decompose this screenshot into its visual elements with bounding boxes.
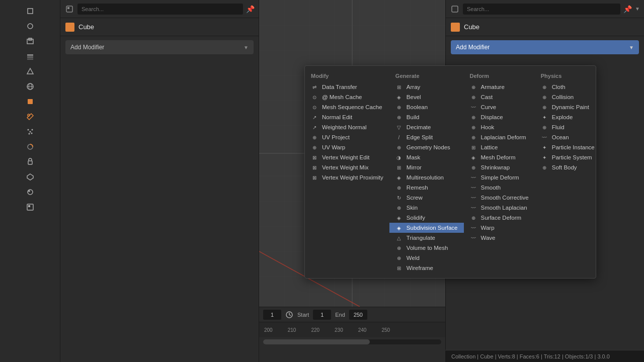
modifier-particle-system[interactable]: ✦ Particle System [535, 152, 601, 162]
sidebar-icon-scene2[interactable] [23, 64, 37, 78]
modifier-array[interactable]: ⊞ Array [389, 82, 464, 92]
sidebar-icon-physics[interactable] [23, 140, 37, 154]
sidebar-icon-constraints[interactable] [23, 155, 37, 169]
modifier-vertex-weight-mix[interactable]: ⊠ Vertex Weight Mix [305, 162, 389, 172]
modifier-hook[interactable]: ⊕ Hook [464, 122, 535, 132]
modifier-wave[interactable]: 〰 Wave [464, 233, 535, 243]
surface-deform-icon: ⊕ [470, 214, 477, 221]
modifier-simple-deform[interactable]: 〰 Simple Deform [464, 172, 535, 183]
modifier-ocean[interactable]: 〰 Ocean [535, 132, 601, 142]
modifier-dynamic-paint[interactable]: ⊕ Dynamic Paint [535, 102, 601, 112]
modifier-cloth[interactable]: ⊕ Cloth [535, 82, 601, 92]
modifier-explode[interactable]: ✦ Explode [535, 112, 601, 122]
modifier-vertex-weight-edit[interactable]: ⊠ Vertex Weight Edit [305, 152, 389, 162]
warp-icon: 〰 [470, 224, 477, 231]
end-frame-input[interactable]: 250 [349, 310, 367, 320]
sidebar-icon-data[interactable] [23, 170, 37, 184]
modifier-geometry-nodes[interactable]: ⊕ Geometry Nodes [389, 142, 464, 152]
svg-rect-4 [27, 54, 33, 56]
ruler-mark-230: 230 [335, 327, 343, 333]
modifier-screw[interactable]: ↻ Screw [389, 193, 464, 203]
sidebar-icon-render[interactable] [23, 19, 37, 33]
pin-button-left[interactable]: 📌 [246, 5, 255, 13]
simple-deform-icon: 〰 [470, 174, 477, 181]
modifier-displace[interactable]: ⊕ Displace [464, 112, 535, 122]
modifier-weld[interactable]: ⊕ Weld [389, 253, 464, 263]
sidebar-icon-viewlayer[interactable] [23, 49, 37, 63]
modifier-decimate[interactable]: ▽ Decimate [389, 122, 464, 132]
svg-point-22 [28, 190, 30, 192]
modifier-mesh-seq-cache[interactable]: ⊙ Mesh Sequence Cache [305, 102, 389, 112]
modifier-fluid[interactable]: ⊕ Fluid [535, 122, 601, 132]
modifier-smooth-corrective[interactable]: 〰 Smooth Corrective [464, 193, 535, 203]
modifier-build[interactable]: ⊕ Build [389, 112, 464, 122]
sidebar-icon-shading[interactable] [23, 200, 37, 214]
modifier-laplacian-deform[interactable]: ⊕ Laplacian Deform [464, 132, 535, 142]
fluid-icon: ⊕ [541, 124, 548, 131]
modifier-surface-deform[interactable]: ⊕ Surface Deform [464, 213, 535, 223]
sidebar-icon-object[interactable] [23, 95, 37, 109]
panel-header-left: 📌 [60, 0, 259, 18]
modifier-armature[interactable]: ⊕ Armature [464, 82, 535, 92]
modifier-vertex-weight-proximity[interactable]: ⊠ Vertex Weight Proximity [305, 172, 389, 183]
modifier-lattice[interactable]: ⊞ Lattice [464, 142, 535, 152]
pin-button-right[interactable]: 📌 [623, 5, 632, 13]
modifier-boolean[interactable]: ⊕ Boolean [389, 102, 464, 112]
svg-point-1 [28, 24, 33, 29]
modifier-uv-project[interactable]: ⊕ UV Project [305, 132, 389, 142]
modifier-mesh-deform[interactable]: ◈ Mesh Deform [464, 152, 535, 162]
add-modifier-button-left[interactable]: Add Modifier ▼ [65, 40, 254, 54]
ruler-marks: 200 210 220 230 240 250 [264, 327, 390, 333]
clock-icon [285, 311, 293, 319]
modifier-data-transfer[interactable]: ⇌ Data Transfer [305, 82, 389, 92]
sidebar-icon-world[interactable] [23, 79, 37, 94]
sidebar-icon-output[interactable] [23, 34, 37, 48]
modifier-volume-to-mesh[interactable]: ⊕ Volume to Mesh [389, 243, 464, 253]
dropdown-column-physics: Physics ⊕ Cloth ⊕ Collision ⊕ Dynamic Pa… [535, 69, 601, 275]
modifier-mirror[interactable]: ⊞ Mirror [389, 162, 464, 172]
modifier-remesh[interactable]: ⊕ Remesh [389, 183, 464, 193]
start-frame-input[interactable]: 1 [313, 310, 331, 320]
modifier-curve[interactable]: 〰 Curve [464, 102, 535, 112]
modifier-mask[interactable]: ◑ Mask [389, 152, 464, 162]
modifier-soft-body[interactable]: ⊕ Soft Body [535, 162, 601, 172]
modifier-mesh-cache[interactable]: ⊙ @ Mesh Cache [305, 92, 389, 102]
modifier-wireframe[interactable]: ⊞ Wireframe [389, 263, 464, 273]
modifier-particle-instance[interactable]: ✦ Particle Instance [535, 142, 601, 152]
scrollbar-handle[interactable] [263, 339, 370, 344]
modifier-normal-edit[interactable]: ↗ Normal Edit [305, 112, 389, 122]
hook-icon: ⊕ [470, 124, 477, 131]
sidebar-icon-particles[interactable] [23, 125, 37, 139]
search-input-left[interactable] [77, 4, 243, 15]
modifier-warp[interactable]: 〰 Warp [464, 223, 535, 233]
add-modifier-row-right: Add Modifier ▼ [446, 36, 644, 58]
svg-line-62 [289, 315, 291, 316]
modifier-subdivision-surface[interactable]: ◈ Subdivision Surface [389, 223, 464, 233]
chevron-down-icon-left: ▼ [244, 45, 249, 50]
normal-edit-icon: ↗ [311, 114, 318, 121]
modifier-skin[interactable]: ⊕ Skin [389, 203, 464, 213]
modifier-solidify[interactable]: ◈ Solidify [389, 213, 464, 223]
sidebar-icon-modifier[interactable] [23, 110, 37, 124]
modifier-multiresolution[interactable]: ◈ Multiresolution [389, 172, 464, 183]
timeline-scrollbar[interactable] [263, 339, 441, 344]
smooth-icon: 〰 [470, 184, 477, 191]
svg-point-14 [29, 131, 31, 133]
add-modifier-button-right[interactable]: Add Modifier ▼ [451, 40, 639, 54]
search-input-right[interactable] [463, 4, 620, 15]
modifier-smooth[interactable]: 〰 Smooth [464, 183, 535, 193]
modifier-cast[interactable]: ⊕ Cast [464, 92, 535, 102]
modifier-bevel[interactable]: ◈ Bevel [389, 92, 464, 102]
modify-header: Modify [305, 71, 389, 82]
frame-input[interactable]: 1 [263, 310, 281, 320]
modifier-triangulate[interactable]: △ Triangulate [389, 233, 464, 243]
modifier-weighted-normal[interactable]: ↗ Weighted Normal [305, 122, 389, 132]
generate-header: Generate [389, 71, 464, 82]
modifier-edge-split[interactable]: / Edge Split [389, 132, 464, 142]
sidebar-icon-material[interactable] [23, 185, 37, 199]
modifier-collision[interactable]: ⊕ Collision [535, 92, 601, 102]
modifier-shrinkwrap[interactable]: ⊕ Shrinkwrap [464, 162, 535, 172]
modifier-smooth-laplacian[interactable]: 〰 Smooth Laplacian [464, 203, 535, 213]
sidebar-icon-scene[interactable] [23, 4, 37, 18]
modifier-uv-warp[interactable]: ⊕ UV Warp [305, 142, 389, 152]
